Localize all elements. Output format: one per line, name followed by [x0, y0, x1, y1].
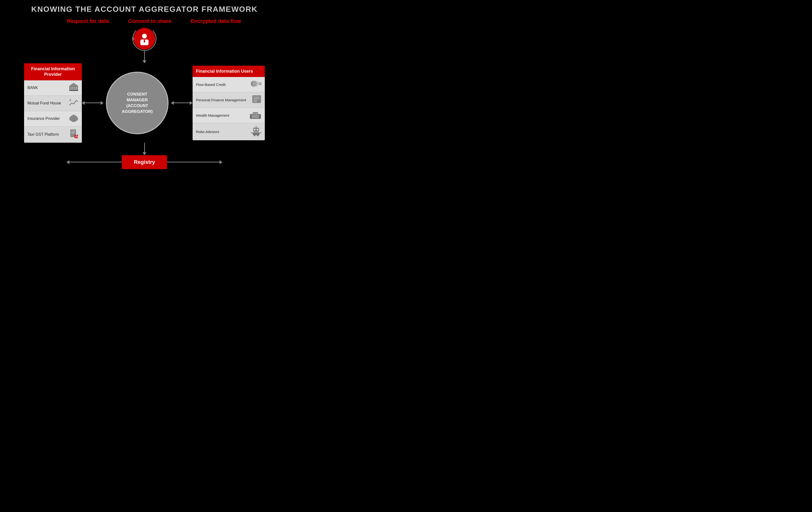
label-request: Request for data — [67, 18, 109, 24]
v-line-bottom — [144, 143, 145, 152]
top-labels: Request for data Consent to share Encryp… — [0, 18, 289, 24]
h-line-registry-left — [69, 162, 122, 162]
ah-left-2 — [171, 101, 174, 105]
page-title: KNOWING THE ACCOUNT AGGREGATOR FRAMEWORK — [0, 5, 289, 14]
person-circle — [134, 28, 155, 50]
mutualfund-icon: ₹ — [69, 98, 79, 109]
full-diagram: Financial Information Provider BANK Mutu… — [0, 27, 289, 169]
registry-left-arrow — [66, 160, 122, 164]
ah-right-registry — [220, 160, 223, 164]
credit-icon — [250, 80, 261, 90]
left-panel-row-bank: BANK — [24, 80, 82, 96]
v-line-top — [144, 51, 145, 60]
insurance-label: Insurance Provider — [27, 116, 67, 121]
svg-text:₹: ₹ — [69, 99, 71, 102]
ah-right-1 — [100, 101, 104, 105]
consent-manager-text: CONSENT MANAGER (ACCOUNT AGGREGATOR) — [122, 91, 153, 114]
svg-rect-40 — [257, 129, 258, 130]
ah-left-1 — [82, 101, 85, 105]
h-line-left — [85, 102, 100, 103]
left-panel-row-tax: Tax/ GST Platform GST — [24, 126, 82, 143]
svg-point-22 — [252, 81, 258, 87]
svg-marker-6 — [69, 83, 79, 86]
top-section — [133, 27, 156, 63]
registry-box: Registry — [122, 155, 167, 169]
person-svg — [138, 32, 151, 45]
left-panel-row-insurance: Insurance Provider — [24, 111, 82, 126]
ah-left-registry — [66, 160, 69, 164]
svg-rect-16 — [71, 132, 75, 132]
right-panel-row-robo: Robo Advisors — [193, 123, 265, 140]
svg-rect-3 — [144, 39, 145, 40]
svg-rect-33 — [252, 115, 259, 118]
left-double-arrow — [82, 101, 104, 105]
ah-down-top — [143, 60, 146, 63]
left-panel-header: Financial Information Provider — [24, 63, 82, 80]
right-panel-row-credit: Flow-Based Credit — [193, 77, 265, 92]
label-encrypted: Encrypted data flow — [191, 18, 241, 24]
wealth-icon — [250, 110, 261, 121]
consent-manager-circle: CONSENT MANAGER (ACCOUNT AGGREGATOR) — [106, 72, 169, 134]
svg-rect-8 — [72, 87, 74, 90]
pfm-label: Personal Finance Management — [196, 98, 250, 102]
right-double-arrow — [171, 101, 193, 105]
svg-rect-13 — [72, 121, 76, 122]
svg-rect-9 — [74, 87, 75, 90]
svg-rect-38 — [253, 127, 259, 132]
insurance-icon — [69, 114, 79, 124]
v-connector-bottom — [143, 143, 146, 155]
right-panel-row-wealth: Wealth Management — [193, 108, 265, 123]
person-area — [133, 27, 156, 51]
svg-rect-17 — [71, 133, 74, 134]
ah-down-bottom — [143, 152, 146, 155]
wealth-label: Wealth Management — [196, 113, 248, 118]
main-container: KNOWING THE ACCOUNT AGGREGATOR FRAMEWORK… — [0, 0, 289, 183]
tax-icon: GST — [69, 129, 79, 140]
svg-rect-35 — [259, 116, 260, 118]
svg-rect-47 — [257, 135, 258, 136]
svg-rect-44 — [251, 132, 253, 133]
svg-rect-15 — [71, 131, 75, 131]
bottom-registry-row: Registry — [0, 155, 289, 169]
tax-label: Tax/ GST Platform — [27, 132, 67, 137]
svg-rect-37 — [256, 113, 258, 114]
right-panel: Financial Information Users Flow-Based C… — [193, 66, 265, 140]
registry-right-arrow — [167, 160, 223, 164]
svg-rect-39 — [254, 129, 255, 130]
svg-rect-5 — [69, 90, 78, 91]
svg-rect-34 — [251, 116, 252, 118]
svg-rect-7 — [70, 87, 71, 90]
mutualfund-label: Mutual Fund House — [27, 101, 67, 106]
ah-right-2 — [190, 101, 193, 105]
middle-section: Financial Information Provider BANK Mutu… — [0, 63, 289, 143]
right-panel-header: Financial Information Users — [193, 66, 265, 77]
right-panel-row-pfm: Personal Finance Management — [193, 92, 265, 108]
robo-icon — [251, 126, 261, 138]
svg-point-42 — [256, 126, 257, 126]
svg-rect-10 — [76, 87, 77, 90]
center-flow: CONSENT MANAGER (ACCOUNT AGGREGATOR) — [104, 72, 171, 134]
bank-label: BANK — [27, 86, 67, 90]
svg-rect-43 — [253, 132, 260, 135]
left-panel-row-mutualfund: Mutual Fund House ₹ — [24, 96, 82, 111]
h-line-registry-right — [167, 162, 220, 162]
left-panel: Financial Information Provider BANK Mutu… — [24, 63, 82, 143]
label-consent: Consent to share — [128, 18, 171, 24]
bank-icon — [69, 83, 79, 93]
pfm-icon — [252, 95, 261, 105]
credit-label: Flow-Based Credit — [196, 82, 248, 87]
svg-rect-45 — [260, 132, 261, 133]
v-connector-top — [143, 51, 146, 63]
svg-rect-46 — [254, 135, 255, 136]
svg-rect-26 — [252, 95, 261, 103]
robo-label: Robo Advisors — [196, 129, 249, 134]
svg-point-0 — [142, 34, 147, 38]
svg-rect-36 — [253, 113, 255, 114]
h-line-right — [174, 102, 190, 103]
